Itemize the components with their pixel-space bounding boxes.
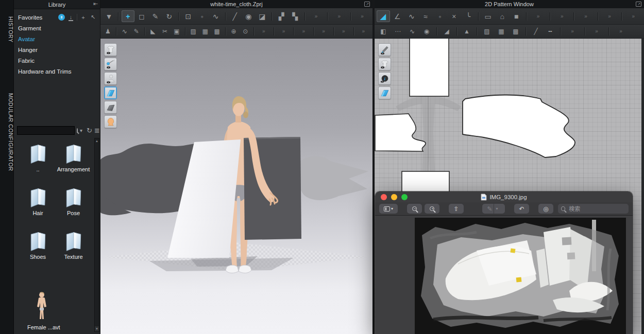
sidebar-item-garment[interactable]: Garment [14,23,100,34]
zoom-out-button[interactable]: − [407,204,422,214]
dress-tool[interactable]: ▚ [289,10,301,22]
preview-search-field[interactable] [558,204,629,214]
scroll-up-icon[interactable]: ▲ [95,138,99,144]
markup-toolbar-button[interactable]: ◎ [538,204,553,214]
search-filter-caret-icon[interactable]: ▾ [80,128,82,133]
overflow-chevron[interactable]: » [612,26,630,37]
pin-box-tool[interactable]: ⊡ [182,10,195,22]
cut-sew-tool[interactable]: ✂ [159,26,170,37]
search-icon[interactable] [77,128,78,133]
rotate-button[interactable]: ↶ [514,204,529,214]
add-library-icon[interactable]: + [79,13,87,21]
preview-window[interactable]: IMG_9300.jpg ▾ − + ⇧ ✎ ▾ [375,191,633,334]
folder-shoes[interactable]: Shoes [21,231,56,260]
scroll-down-icon[interactable]: ▼ [95,326,99,331]
overflow-chevron[interactable]: » [577,10,594,22]
sidebar-item-hanger[interactable]: Hanger [14,45,100,56]
detail-sewing-tool[interactable]: ◉ [420,26,433,37]
edit-pattern-tool[interactable]: ∠ [391,10,404,22]
texture-a-tool[interactable]: ▦ [495,26,508,37]
edit-mesh-tool[interactable]: ✎ [149,10,162,22]
avatar-walk-tool[interactable]: ♟ [103,26,113,37]
fold-arrangement-tool[interactable]: ↻ [163,10,176,22]
overflow-chevron[interactable]: » [357,26,370,37]
view-mode-icon[interactable]: ≣ [94,127,100,134]
show-garment-2d-button[interactable] [378,58,391,71]
collapse-panel-icon[interactable]: ⇤ [93,1,98,7]
texture-b-tool[interactable]: ▩ [509,26,522,37]
tab-modular-configurator[interactable]: MODULAR CONFIGURATOR [0,89,14,176]
texture-check-tool[interactable]: ▩ [212,26,223,37]
pen-caret-icon[interactable]: ▾ [494,204,500,214]
overflow-chevron[interactable]: » [257,26,270,37]
library-item-female-avatar[interactable]: Female ...avt [26,291,63,330]
measure-tool[interactable]: ╱ [529,26,543,37]
show-pin-button[interactable] [104,58,117,71]
overflow-chevron[interactable]: » [336,26,350,37]
simulate-tool[interactable]: ▼ [103,10,115,22]
point-sewing-tool[interactable]: ⋯ [391,26,404,37]
box-select-tool[interactable]: ◻ [135,10,148,22]
zoom-in-button[interactable]: + [425,204,439,214]
overflow-chevron[interactable]: » [564,26,581,37]
rectangle-tool[interactable]: ■ [510,10,523,22]
free-sewing-tool[interactable]: ∿ [405,26,419,37]
iron-tool[interactable]: ◢ [440,26,453,37]
edit-intersection-tool[interactable]: × [448,10,461,22]
close-button[interactable] [381,194,387,200]
overflow-chevron[interactable]: » [553,10,570,22]
popout-icon[interactable]: ↗ [364,2,370,7]
stitch-shoe-tool[interactable]: ▨ [188,26,199,37]
stitch-tool[interactable]: ▨ [480,26,494,37]
curve-pin-tool[interactable]: ∿ [119,26,130,37]
bezier-curve-tool[interactable]: ╰ [462,10,475,22]
tack-tool[interactable]: ╱ [228,10,241,22]
fold-tool[interactable]: ◪ [256,10,269,22]
preview-search-input[interactable] [568,205,625,213]
show-stitch-button[interactable] [378,43,391,56]
pattern-check-tool[interactable]: ▦ [200,26,211,37]
pin-tool[interactable]: ◦ [196,10,209,22]
overflow-chevron[interactable]: » [354,10,370,22]
add-point-tool[interactable]: ◦ [433,10,447,22]
sync-pause-badge[interactable]: ‖ [58,14,65,21]
dimension-tool[interactable]: ╍ [544,26,557,37]
sidebar-item-hardware-trims[interactable]: Hardware and Trims [14,66,100,77]
overflow-chevron[interactable]: » [308,10,325,22]
preview-titlebar[interactable]: IMG_9300.jpg [375,191,633,202]
library-search-input[interactable] [17,126,75,135]
cloth-surface-button[interactable] [104,101,117,114]
buttonhole-tool[interactable]: ⊙ [240,26,251,37]
share-button[interactable]: ⇧ [449,204,464,214]
overflow-chevron[interactable]: » [316,26,330,37]
3d-window-titlebar[interactable]: white-time_cloth.Zprj ↗ [100,0,372,8]
folder-arrangement[interactable]: Arrangement [56,143,91,172]
folder-texture[interactable]: Texture [56,231,91,260]
edit-curvature-tool[interactable]: ∿ [405,10,418,22]
copy-pattern-tool[interactable]: ▣ [171,26,182,37]
folder-pose[interactable]: Pose [56,187,91,216]
overflow-chevron[interactable]: » [331,10,347,22]
show-avatar-button[interactable] [104,72,117,85]
overflow-chevron[interactable]: » [530,10,547,22]
tab-history[interactable]: HISTORY [0,11,14,47]
folder-hair[interactable]: Hair [21,187,56,216]
folder-up[interactable]: .. [21,143,56,172]
shirt-tool[interactable]: ▲ [460,26,473,37]
clone-pattern-tool[interactable]: ▭ [481,10,495,22]
refresh-icon[interactable]: ↻ [87,127,92,134]
sidebar-item-fabric[interactable]: Fabric [14,56,100,66]
2d-window-titlebar[interactable]: 2D Pattern Window ↗ [375,0,644,8]
overflow-chevron[interactable]: » [601,10,618,22]
pen-pin-tool[interactable]: ✎ [131,26,142,37]
sidebar-item-avatar[interactable]: Avatar [14,34,100,45]
curve-pin-tool[interactable]: ∿ [209,10,222,22]
overflow-chevron[interactable]: » [625,10,642,22]
arrange-clothes-tool[interactable]: ▞ [275,10,288,22]
overflow-chevron[interactable]: » [588,26,605,37]
popout-icon[interactable]: ↗ [636,2,641,7]
parent-folder-icon[interactable]: ↖ [89,13,97,21]
segment-sewing-tool[interactable]: ◧ [377,26,390,37]
avatar-display-button[interactable] [104,115,117,128]
overflow-chevron[interactable]: » [297,26,311,37]
